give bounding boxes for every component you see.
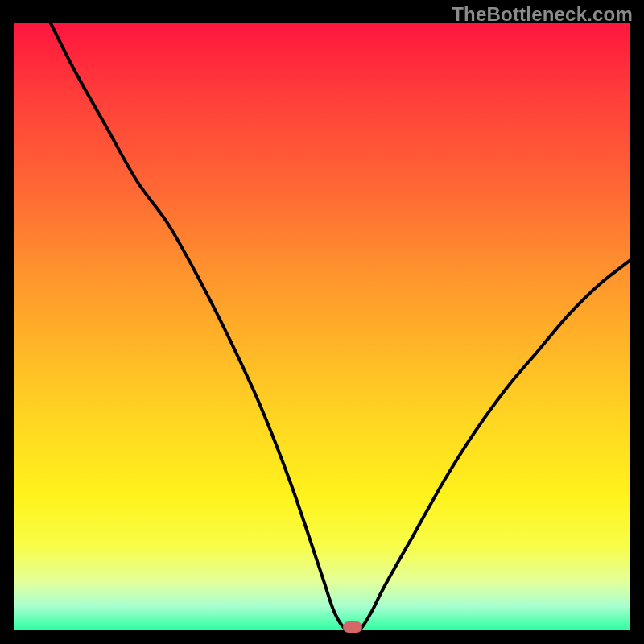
chart-frame: TheBottleneck.com <box>0 0 644 644</box>
optimal-marker <box>343 621 362 633</box>
watermark-text: TheBottleneck.com <box>452 3 633 26</box>
bottleneck-curve <box>14 23 630 630</box>
plot-area <box>14 23 630 630</box>
